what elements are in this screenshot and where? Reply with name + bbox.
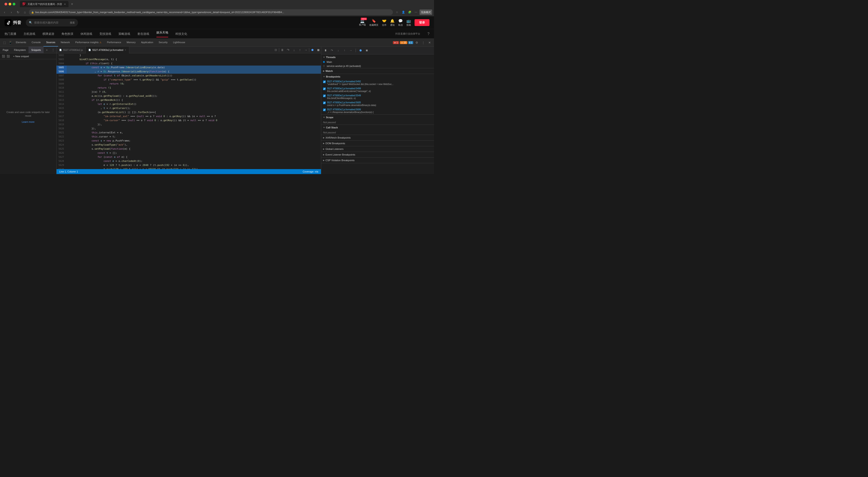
nav-esports[interactable]: 竞技游戏 [99,32,111,36]
nav-hot[interactable]: 热门直播 [4,32,16,36]
nav-bookmark[interactable]: 🔖 收藏网页 [369,19,378,27]
code-tab-original[interactable]: 📄 5527.470083e2.js [57,47,86,53]
browser-tab-active[interactable]: ♪ 天霸大哥™的抖音直播间 - 抖音 ✕ [20,1,68,7]
step-out-button[interactable]: ↑ [297,47,303,53]
tab-security[interactable]: Security [156,39,170,47]
nav-notification[interactable]: 🔔 通知 [390,19,395,27]
step-out-rp-icon[interactable]: ↑ [342,48,347,53]
nav-client[interactable]: 💻 NEW 客户端 [359,19,366,26]
scope-header[interactable]: ▼ Scope [321,115,434,120]
forward-button[interactable]: › [8,9,14,15]
subtab-page[interactable]: Page [0,47,11,53]
extensions-icon[interactable]: 🧩 [407,9,412,15]
breakpoint-4-checkbox[interactable] [323,101,326,104]
watch-header[interactable]: ▶ Watch [321,68,434,74]
stop-rp-icon[interactable]: ⏹ [364,48,369,53]
tab-memory[interactable]: Memory [124,39,138,47]
tab-performance[interactable]: Performance [104,39,124,47]
devtools-inspect-icon[interactable]: ⬚ [2,40,7,45]
more-icon[interactable]: ⋮ [421,40,426,45]
step-rp-icon[interactable]: → [348,48,353,53]
learn-more-link[interactable]: Learn more [22,120,34,123]
breakpoint-5-checkbox[interactable] [323,109,326,111]
nav-shooter[interactable]: 射击游戏 [137,32,149,36]
breakpoint-2-checkbox[interactable] [323,88,326,90]
step-over-button[interactable]: ↷ [285,47,291,53]
settings-icon[interactable]: ⚙ [414,40,420,45]
tab-sources[interactable]: Sources [43,39,58,47]
platform-text[interactable]: 抖音直播行业自律平台 [395,32,420,35]
nav-entertainment[interactable]: 娱乐天地 [156,31,168,37]
breakpoint-5[interactable]: 5527.470083e2.js:formatted:5606 , r = i.… [321,108,434,114]
profile-icon[interactable]: 👤 [401,9,406,15]
nav-partner[interactable]: 🤝 合作 [382,19,386,27]
dom-breakpoints-header[interactable]: ▶ DOM Breakpoints [321,141,434,146]
nav-upload[interactable]: 📺 投稿 [406,19,411,27]
snippets-options-button[interactable]: ⋮ [50,47,56,53]
close-button[interactable] [4,3,7,5]
expand-icon[interactable]: ⊡ [273,47,278,53]
code-editor[interactable]: 5602 } 5603 bindClientMessage(e, t) { 56… [57,53,321,169]
more-actions-icon[interactable]: ⋯ [413,9,418,15]
step-over-rp-icon[interactable]: ↷ [329,48,334,53]
nav-board[interactable]: 棋牌桌游 [42,32,54,36]
maximize-button[interactable] [13,3,16,5]
step-into-button[interactable]: ↓ [291,47,297,53]
address-bar[interactable]: 🔒 live.douyin.com/42964354031?cover_type… [29,9,393,15]
tab-console[interactable]: Console [29,39,43,47]
subtab-filesystem[interactable]: Filesystem [11,47,29,53]
callstack-header[interactable]: ▼ Call Stack [321,125,434,130]
thread-service-worker[interactable]: service-worker.js #0 (activated) [321,64,434,68]
snippets-more-button[interactable]: » [43,47,50,53]
mode-button[interactable]: 无痕模式 [420,9,432,15]
breakpoint-1-checkbox[interactable] [323,81,326,83]
tab-performance-insights[interactable]: Performance insights ⚠ [72,39,104,47]
xhr-breakpoints-header[interactable]: ▶ XHR/fetch Breakpoints [321,135,434,140]
step-button[interactable]: → [303,47,309,53]
search-button[interactable]: 搜索 [70,21,75,24]
reload-button[interactable]: ↻ [16,9,21,15]
tab-network[interactable]: Network [58,39,72,47]
tab-lighthouse[interactable]: Lighthouse [170,39,188,47]
breakpoint-3-checkbox[interactable] [323,94,326,97]
new-tab-button[interactable]: + [69,1,75,7]
minimize-button[interactable] [8,3,11,5]
resume-button[interactable]: ⏹ [315,47,321,53]
nav-strategy[interactable]: 策略游戏 [119,32,130,36]
breakpoint-1[interactable]: 5527.470083e2.js:formatted:5492 "undefin… [321,79,434,86]
code-tab-formatted[interactable]: 📄 5527.470083e2.js:formatted ✕ [86,47,129,53]
thread-main[interactable]: Main [321,60,434,64]
step-into-rp-icon[interactable]: ↓ [336,48,341,53]
code-tab-close-button[interactable]: ✕ [125,49,126,51]
tab-close-button[interactable]: ✕ [64,3,66,5]
deactivate-breakpoints-icon[interactable]: ⬟ [310,47,315,53]
help-icon[interactable]: ? [428,32,430,36]
csp-breakpoints-header[interactable]: ▶ CSP Violation Breakpoints [321,157,434,163]
threads-header[interactable]: ▼ Threads [321,55,434,60]
breakpoint-4[interactable]: 5527.470083e2.js:formatted:5605 const o … [321,100,434,108]
global-listeners-header[interactable]: ▶ Global Listeners [321,146,434,152]
breakpoints-header[interactable]: ▼ Breakpoints [321,74,434,79]
nav-tech[interactable]: 科技文化 [176,32,187,36]
event-listener-header[interactable]: ▶ Event Listener Breakpoints [321,152,434,157]
back-button[interactable]: ‹ [2,9,7,15]
bookmark-icon[interactable]: ☆ [394,9,400,15]
search-input[interactable] [34,21,68,24]
deactivate-breakpoints-rp-icon[interactable]: ⬟ [358,48,363,53]
home-button[interactable]: ⌂ [22,9,28,15]
subtab-snippets[interactable]: Snippets [29,47,43,53]
pause-button[interactable]: ⏸ [280,47,285,53]
nav-casual[interactable]: 休闲游戏 [81,32,92,36]
new-snippet-button[interactable]: + New snippet [11,54,31,59]
tab-application[interactable]: Application [138,39,156,47]
nav-message[interactable]: 💬 私信 [398,19,403,27]
breakpoint-3[interactable]: 5527.470083e2.js:formatted:5549 this.bin… [321,93,434,100]
pause-resume-icon[interactable]: ⏸ [323,48,328,53]
close-devtools-icon[interactable]: ✕ [427,40,432,45]
breakpoint-2[interactable]: 5527.470083e2.js:formatted:5499 this.soc… [321,86,434,93]
devtools-device-icon[interactable]: 📱 [8,40,13,45]
login-button[interactable]: 登录 [414,19,430,26]
nav-console[interactable]: 主机游戏 [24,32,35,36]
tab-elements[interactable]: Elements [13,39,29,47]
nav-role[interactable]: 角色扮演 [61,32,73,36]
